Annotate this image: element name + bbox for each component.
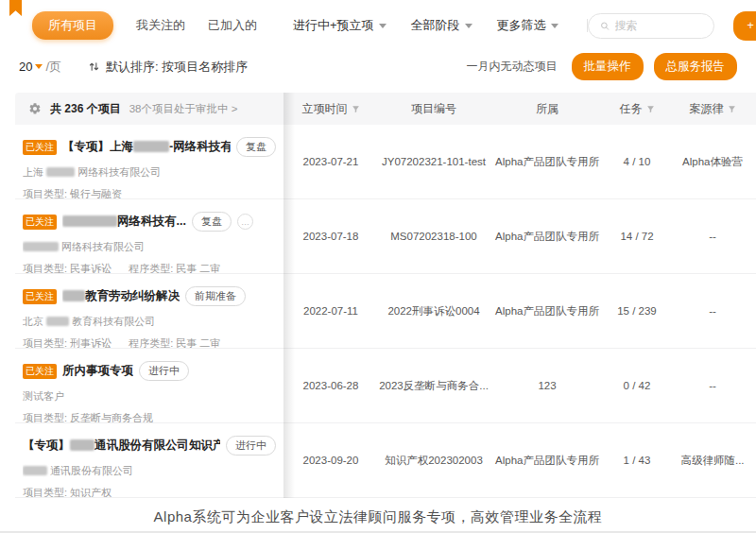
cell-tasks: 0 / 42 [605,380,669,391]
list-toolbar: 20 /页 默认排序: 按项目名称排序 一月内无动态项目 批量操作 总服务报告 [0,54,756,79]
filter-icon [728,105,736,113]
inactive-projects-filter[interactable]: 一月内无动态项目 [467,59,558,75]
followed-badge: 已关注 [23,289,57,304]
redacted-text [46,317,69,326]
client-segment: 网络科技有限公司 [61,241,145,252]
project-tabs: 所有项目 我关注的 已加入的 [32,11,257,40]
project-type: 项目类型: 银行与融资 [23,187,122,198]
column-header-org[interactable]: 所属 [490,101,605,117]
client-name: 网络科技有限公司 [23,240,276,254]
chevron-down-icon [35,64,43,69]
project-type: 项目类型: 知识产权 [23,486,112,497]
project-type: 项目类型: 反垄断与商务合规 [23,411,153,422]
project-title[interactable]: 网络科技有... [62,214,186,230]
filter-stage-label: 全部阶段 [411,17,460,34]
cell-date: 2023-07-21 [284,156,378,167]
search-input[interactable] [615,19,702,32]
procedure-type: 程序类型: 民事 二审 [129,262,220,273]
toolbar-actions: 一月内无动态项目 批量操作 总服务报告 [467,53,738,80]
project-cell: 【专项】通讯股份有限公司知识产权 进行中 通讯股份有限公司 项目类型: 知识产权 [15,423,284,497]
alpha-projects-page: 所有项目 我关注的 已加入的 进行中+预立项 全部阶段 更多筛选 [0,0,756,533]
client-segment: 教育科技有限公司 [72,316,155,327]
sort-label: 默认排序: 按项目名称排序 [106,59,248,76]
table-header-summary: 共 236 个项目 38个项目处于审批中 > [15,93,284,125]
client-name: 北京 教育科技有限公司 [23,315,276,329]
column-header-date[interactable]: 立项时间 [284,101,378,117]
filter-icon [352,105,360,113]
page-size-select[interactable]: 20 /页 [19,59,61,76]
project-type: 项目类型: 民事诉讼 [23,262,112,273]
page-size-value: 20 [19,60,32,74]
redacted-text [23,466,47,475]
tab-all-projects[interactable]: 所有项目 [32,11,113,40]
cell-tasks: 4 / 10 [605,156,669,167]
redacted-text [70,439,94,451]
filter-more-dropdown[interactable]: 更多筛选 [497,17,558,34]
service-report-button[interactable]: 总服务报告 [654,53,738,80]
project-title[interactable]: 【专项】通讯股份有限公司知识产权 [23,438,220,454]
cell-date: 2022-07-11 [284,305,378,317]
gear-icon[interactable] [28,102,42,115]
client-segment: 测试客户 [23,390,64,402]
project-type: 项目类型: 刑事诉讼 [23,336,112,348]
cell-date: 2023-06-28 [284,380,378,391]
chevron-down-icon [551,24,558,28]
client-segment: 上海 [23,166,43,178]
cell-number: 知识产权202302003 [378,454,490,468]
filter-icon [646,105,655,113]
cell-org: Alpha产品团队专用所 [490,304,605,318]
cell-number: JY07202321-101-test [378,156,490,167]
redacted-text [62,290,85,301]
column-header-lawyer[interactable]: 案源律 [669,101,756,117]
status-pill[interactable]: 进行中 [139,361,189,381]
filter-status-dropdown[interactable]: 进行中+预立项 [293,17,387,34]
project-title[interactable]: 教育劳动纠纷解决 [62,288,180,304]
cell-tasks: 14 / 72 [605,231,669,242]
filter-stage-dropdown[interactable]: 全部阶段 [411,17,472,34]
redacted-text [46,167,75,177]
status-pill[interactable]: 复盘 [192,212,232,232]
cell-org: Alpha产品团队专用所 [490,454,605,468]
column-header-number[interactable]: 项目编号 [378,101,490,117]
status-pill[interactable]: 进行中 [226,436,276,456]
table-row[interactable]: 已关注 所内事项专项 进行中 测试客户 项目类型: 反垄断与商务合规 2023-… [15,349,756,423]
filter-status-label: 进行中+预立项 [293,17,374,34]
cell-lawyer: -- [669,231,756,242]
followed-badge: 已关注 [23,140,57,155]
status-pill[interactable]: 前期准备 [185,286,246,306]
title-segment: 网络科技有... [117,215,186,228]
title-segment: 【专项】上海 [62,140,133,153]
status-pill[interactable]: 复盘 [236,137,276,157]
chevron-down-icon [379,24,387,28]
batch-operations-button[interactable]: 批量操作 [572,53,644,80]
new-project-button[interactable]: + 新建项目 [733,11,756,41]
redacted-text [133,141,169,152]
tab-joined[interactable]: 已加入的 [208,17,257,34]
table-body: 已关注 【专项】上海-网络科技有... 复盘 上海 网络科技有限公司 项目类型:… [15,125,756,498]
table-row[interactable]: 【专项】通讯股份有限公司知识产权 进行中 通讯股份有限公司 项目类型: 知识产权… [15,423,756,498]
table-row[interactable]: 已关注 网络科技有... 复盘 … 网络科技有限公司 项目类型: 民事诉讼 程序… [15,199,756,274]
members-more-button[interactable]: … [237,214,253,230]
table-row[interactable]: 已关注 教育劳动纠纷解决 前期准备 北京 教育科技有限公司 项目类型: 刑事诉讼… [15,274,756,349]
followed-badge: 已关注 [23,364,57,379]
sort-icon [88,60,100,73]
column-header-tasks[interactable]: 任务 [605,101,669,117]
title-segment: 所内事项专项 [62,364,133,377]
table-row[interactable]: 已关注 【专项】上海-网络科技有... 复盘 上海 网络科技有限公司 项目类型:… [15,125,756,199]
cell-lawyer: -- [669,380,756,391]
project-cell: 已关注 【专项】上海-网络科技有... 复盘 上海 网络科技有限公司 项目类型:… [15,125,284,198]
search-box[interactable] [588,13,714,39]
title-segment: 通讯股份有限公司知识产权 [94,438,220,452]
project-title[interactable]: 所内事项专项 [62,363,133,379]
tab-my-followed[interactable]: 我关注的 [136,17,185,34]
title-segment: 【专项】 [23,438,70,452]
project-title[interactable]: 【专项】上海-网络科技有... [62,139,231,155]
client-segment: 通讯股份有限公司 [50,465,133,476]
project-cell: 已关注 教育劳动纠纷解决 前期准备 北京 教育科技有限公司 项目类型: 刑事诉讼… [15,274,284,348]
approving-projects-link[interactable]: 38个项目处于审批中 > [129,102,238,116]
cell-date: 2023-07-18 [284,231,378,242]
title-segment: 教育劳动纠纷解决 [85,289,180,302]
sort-control[interactable]: 默认排序: 按项目名称排序 [88,59,248,76]
page-size-suffix: /页 [45,59,61,76]
title-segment: -网络科技有... [169,140,231,153]
